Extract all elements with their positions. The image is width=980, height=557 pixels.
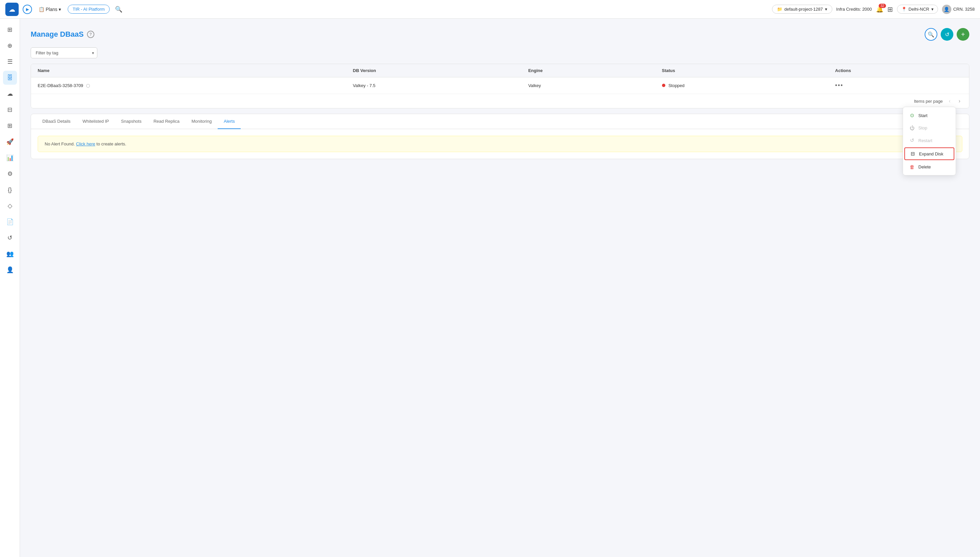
menu-item-expand-disk[interactable]: ⊟ Expand Disk (904, 147, 954, 160)
dbaas-table: Name DB Version Engine Status Actions E2… (31, 64, 969, 94)
filter-row: Filter by tag ▾ (31, 47, 969, 59)
table-body: E2E-DBaaS-3258-3709 ⬡ Valkey - 7.5 Valke… (31, 77, 969, 94)
page-header: Manage DBaaS ? 🔍 ↺ + (31, 28, 969, 41)
plans-chevron-icon: ▾ (58, 7, 61, 12)
pagination-row: Items per page ‹ › (31, 94, 969, 108)
sidebar-item-cloud[interactable]: ☁ (3, 87, 17, 101)
menu-item-restart-label: Restart (918, 138, 932, 143)
project-label: default-project-1287 (784, 7, 823, 12)
account-menu[interactable]: 👤 CRN. 3258 (942, 5, 975, 14)
db-copy-icon[interactable]: ⬡ (86, 83, 90, 88)
cell-db-version: Valkey - 7.5 (346, 77, 522, 94)
sidebar-item-add[interactable]: ⊕ (3, 39, 17, 53)
pagination-prev-button[interactable]: ‹ (947, 98, 952, 105)
menu-item-delete-label: Delete (918, 164, 931, 169)
crn-label: CRN. 3258 (953, 7, 975, 12)
status-text: Stopped (668, 83, 684, 88)
restart-icon: ↺ (909, 137, 915, 143)
plans-menu[interactable]: 📋 Plans ▾ (36, 5, 64, 13)
stop-icon: ⏻ (909, 125, 915, 131)
search-icon[interactable]: 🔍 (115, 6, 122, 13)
arrow-icon: ▶ (26, 7, 29, 12)
sidebar-item-deploy[interactable]: 🚀 (3, 135, 17, 149)
tab-read-replica[interactable]: Read Replica (147, 114, 185, 129)
menu-item-start[interactable]: ⊙ Start (903, 109, 956, 122)
sidebar-item-docs[interactable]: 📄 (3, 215, 17, 229)
col-status: Status (655, 64, 829, 77)
top-navigation: ☁ ▶ 📋 Plans ▾ TIR - AI Platform 🔍 📁 defa… (0, 0, 980, 19)
sidebar-item-network[interactable]: ⊟ (3, 103, 17, 117)
no-alert-box: No Alert Found. Click here to create ale… (38, 136, 962, 152)
sidebar-item-refresh[interactable]: ↺ (3, 231, 17, 245)
cell-actions: ••• (828, 77, 969, 94)
cell-status: Stopped (655, 77, 829, 94)
sidebar-item-add-user[interactable]: 👤 (3, 263, 17, 277)
sidebar-item-settings[interactable]: ⚙ (3, 167, 17, 181)
context-menu: ⊙ Start ⏻ Stop ↺ Restart ⊟ Expand Disk 🗑… (903, 107, 956, 176)
region-chevron-icon: ▾ (931, 7, 934, 12)
add-dbaas-button[interactable]: + (957, 28, 969, 41)
expand-disk-icon: ⊟ (910, 151, 916, 157)
header-actions: 🔍 ↺ + (925, 28, 969, 41)
main-content: Manage DBaaS ? 🔍 ↺ + Filter by tag ▾ Nam… (20, 19, 980, 557)
search-button[interactable]: 🔍 (925, 28, 937, 41)
menu-item-stop-label: Stop (918, 125, 927, 130)
plans-icon: 📋 (39, 7, 44, 12)
create-alert-link[interactable]: Click here (76, 142, 95, 147)
tab-alerts[interactable]: Alerts (217, 114, 241, 129)
sidebar: ⊞ ⊕ ☰ 🗄 ☁ ⊟ ⊞ 🚀 📊 ⚙ {} ◇ 📄 ↺ 👥 👤 (0, 19, 20, 557)
col-engine: Engine (522, 64, 655, 77)
menu-item-start-label: Start (918, 113, 927, 118)
menu-item-stop[interactable]: ⏻ Stop (903, 122, 956, 134)
no-alert-suffix: to create alerts. (95, 142, 127, 147)
sidebar-item-dashboard[interactable]: ⊞ (3, 23, 17, 37)
table-row: E2E-DBaaS-3258-3709 ⬡ Valkey - 7.5 Valke… (31, 77, 969, 94)
sidebar-item-database[interactable]: 🗄 (3, 71, 17, 85)
cell-engine: Valkey (522, 77, 655, 94)
dbaas-table-container: Name DB Version Engine Status Actions E2… (31, 64, 969, 108)
filter-wrapper: Filter by tag ▾ (31, 47, 97, 59)
refresh-button[interactable]: ↺ (941, 28, 953, 41)
app-logo[interactable]: ☁ (5, 3, 19, 16)
sidebar-item-billing[interactable]: 📊 (3, 151, 17, 165)
db-name-cell: E2E-DBaaS-3258-3709 ⬡ (38, 83, 340, 88)
start-icon: ⊙ (909, 112, 915, 119)
delete-icon: 🗑 (909, 164, 915, 170)
project-selector[interactable]: 📁 default-project-1287 ▾ (772, 5, 832, 14)
sidebar-item-team[interactable]: 👥 (3, 247, 17, 261)
sidebar-item-grid[interactable]: ⊞ (3, 119, 17, 133)
avatar: 👤 (942, 5, 951, 14)
tabs-header: DBaaS Details Whitelisted IP Snapshots R… (31, 114, 969, 129)
platform-button[interactable]: TIR - AI Platform (68, 5, 110, 14)
menu-item-delete[interactable]: 🗑 Delete (903, 161, 956, 173)
tab-snapshots[interactable]: Snapshots (115, 114, 147, 129)
cell-name: E2E-DBaaS-3258-3709 ⬡ (31, 77, 346, 94)
notifications-badge: 32 (879, 4, 886, 8)
menu-item-restart[interactable]: ↺ Restart (903, 134, 956, 147)
row-actions-button[interactable]: ••• (835, 82, 843, 89)
filter-by-tag-select[interactable]: Filter by tag (31, 47, 97, 59)
project-chevron-icon: ▾ (825, 7, 827, 12)
sidebar-item-api[interactable]: {} (3, 183, 17, 197)
sidebar-item-servers[interactable]: ☰ (3, 55, 17, 69)
apps-grid-icon[interactable]: ⊞ (888, 5, 893, 13)
tab-monitoring[interactable]: Monitoring (186, 114, 218, 129)
sidebar-item-integrations[interactable]: ◇ (3, 199, 17, 213)
tab-alerts-content: No Alert Found. Click here to create ale… (31, 129, 969, 159)
status-indicator (662, 84, 665, 87)
page-title-text: Manage DBaaS (31, 30, 84, 39)
col-actions: Actions (828, 64, 969, 77)
region-selector[interactable]: 📍 Delhi-NCR ▾ (897, 5, 938, 14)
tabs-container: DBaaS Details Whitelisted IP Snapshots R… (31, 114, 969, 159)
help-icon[interactable]: ? (87, 31, 94, 38)
tab-whitelisted-ip[interactable]: Whitelisted IP (77, 114, 115, 129)
pagination-next-button[interactable]: › (957, 98, 962, 105)
nav-arrow-button[interactable]: ▶ (23, 5, 32, 14)
region-label: Delhi-NCR (909, 7, 929, 12)
no-alert-message: No Alert Found. (45, 142, 76, 147)
notifications-bell[interactable]: 🔔 32 (876, 6, 883, 13)
tab-dbaas-details[interactable]: DBaaS Details (36, 114, 77, 129)
infra-credits: Infra Credits: 2000 (836, 7, 872, 12)
col-name: Name (31, 64, 346, 77)
region-location-icon: 📍 (901, 7, 907, 12)
